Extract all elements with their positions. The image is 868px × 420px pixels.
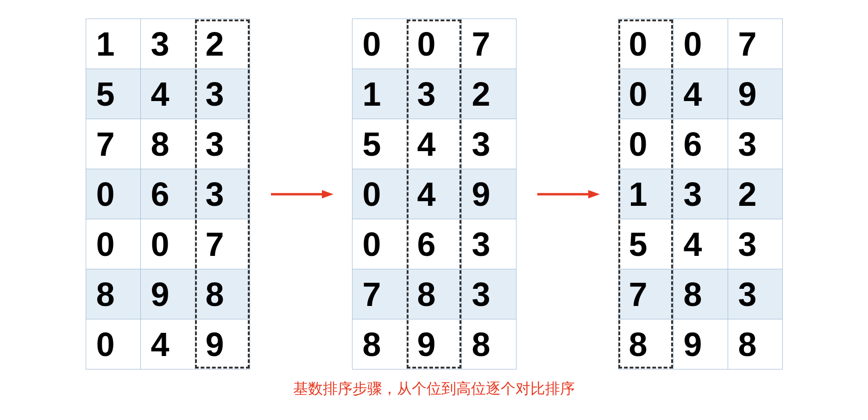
cell: 8 bbox=[352, 319, 407, 369]
cell: 7 bbox=[461, 19, 516, 69]
cell: 1 bbox=[352, 69, 407, 119]
cell: 0 bbox=[618, 19, 673, 69]
row: 543 bbox=[86, 69, 250, 119]
row: 783 bbox=[618, 269, 782, 319]
cell: 8 bbox=[86, 269, 140, 319]
row: 049 bbox=[618, 69, 782, 119]
cell: 0 bbox=[86, 219, 140, 269]
cell: 3 bbox=[728, 119, 782, 169]
cell: 7 bbox=[352, 269, 407, 319]
cell: 7 bbox=[728, 19, 782, 69]
cell: 3 bbox=[461, 119, 516, 169]
cell: 6 bbox=[140, 169, 195, 219]
cell: 9 bbox=[461, 169, 516, 219]
row: 063 bbox=[618, 119, 782, 169]
row: 049 bbox=[352, 169, 516, 219]
cell: 3 bbox=[407, 69, 461, 119]
cell: 0 bbox=[140, 219, 195, 269]
cell: 3 bbox=[140, 19, 195, 69]
row: 007 bbox=[352, 19, 516, 69]
cell: 3 bbox=[195, 69, 250, 119]
row: 049 bbox=[86, 319, 250, 369]
cell: 0 bbox=[407, 19, 461, 69]
cell: 2 bbox=[728, 169, 782, 219]
row: 132 bbox=[618, 169, 782, 219]
cell: 4 bbox=[140, 69, 195, 119]
radix-table-2: 007 132 543 049 063 783 898 bbox=[352, 19, 516, 369]
cell: 0 bbox=[673, 19, 728, 69]
digit-table-3: 007 049 063 132 543 783 898 bbox=[618, 19, 783, 369]
row: 007 bbox=[86, 219, 250, 269]
row: 007 bbox=[618, 19, 782, 69]
cell: 8 bbox=[195, 269, 250, 319]
cell: 4 bbox=[673, 69, 728, 119]
cell: 2 bbox=[461, 69, 516, 119]
cell: 9 bbox=[407, 319, 461, 369]
row: 063 bbox=[86, 169, 250, 219]
cell: 0 bbox=[352, 19, 407, 69]
cell: 4 bbox=[673, 219, 728, 269]
arrow-icon bbox=[535, 185, 600, 204]
cell: 3 bbox=[728, 269, 782, 319]
cell: 7 bbox=[618, 269, 673, 319]
cell: 8 bbox=[618, 319, 673, 369]
cell: 4 bbox=[407, 169, 461, 219]
cell: 0 bbox=[618, 119, 673, 169]
row: 543 bbox=[352, 119, 516, 169]
row: 543 bbox=[618, 219, 782, 269]
cell: 4 bbox=[140, 319, 195, 369]
row: 898 bbox=[618, 319, 782, 369]
row: 063 bbox=[352, 219, 516, 269]
cell: 3 bbox=[195, 119, 250, 169]
cell: 0 bbox=[352, 169, 407, 219]
cell: 6 bbox=[673, 119, 728, 169]
cell: 8 bbox=[728, 319, 782, 369]
cell: 9 bbox=[673, 319, 728, 369]
arrow-icon bbox=[269, 185, 333, 204]
cell: 5 bbox=[86, 69, 140, 119]
row: 132 bbox=[86, 19, 250, 69]
digit-table-1: 132 543 783 063 007 898 049 bbox=[86, 19, 250, 369]
row: 898 bbox=[86, 269, 250, 319]
cell: 7 bbox=[195, 219, 250, 269]
cell: 3 bbox=[728, 219, 782, 269]
cell: 0 bbox=[618, 69, 673, 119]
radix-table-3: 007 049 063 132 543 783 898 bbox=[618, 19, 783, 369]
cell: 2 bbox=[195, 19, 250, 69]
cell: 6 bbox=[407, 219, 461, 269]
cell: 5 bbox=[352, 119, 407, 169]
cell: 5 bbox=[618, 219, 673, 269]
cell: 9 bbox=[140, 269, 195, 319]
cell: 3 bbox=[461, 219, 516, 269]
cell: 3 bbox=[461, 269, 516, 319]
digit-table-2: 007 132 543 049 063 783 898 bbox=[352, 19, 516, 369]
caption-text: 基数排序步骤，从个位到高位逐个对比排序 bbox=[0, 379, 868, 399]
cell: 1 bbox=[618, 169, 673, 219]
cell: 4 bbox=[407, 119, 461, 169]
row: 898 bbox=[352, 319, 516, 369]
cell: 8 bbox=[140, 119, 195, 169]
svg-marker-1 bbox=[322, 190, 333, 198]
cell: 1 bbox=[86, 19, 140, 69]
row: 132 bbox=[352, 69, 516, 119]
cell: 8 bbox=[673, 269, 728, 319]
row: 783 bbox=[86, 119, 250, 169]
cell: 0 bbox=[86, 169, 140, 219]
cell: 8 bbox=[461, 319, 516, 369]
cell: 9 bbox=[195, 319, 250, 369]
cell: 0 bbox=[352, 219, 407, 269]
diagram-container: 132 543 783 063 007 898 049 007 132 543 … bbox=[0, 0, 868, 369]
cell: 8 bbox=[407, 269, 461, 319]
svg-marker-3 bbox=[588, 190, 600, 198]
cell: 0 bbox=[86, 319, 140, 369]
cell: 7 bbox=[86, 119, 140, 169]
radix-table-1: 132 543 783 063 007 898 049 bbox=[86, 19, 250, 369]
cell: 9 bbox=[728, 69, 782, 119]
row: 783 bbox=[352, 269, 516, 319]
cell: 3 bbox=[673, 169, 728, 219]
cell: 3 bbox=[195, 169, 250, 219]
